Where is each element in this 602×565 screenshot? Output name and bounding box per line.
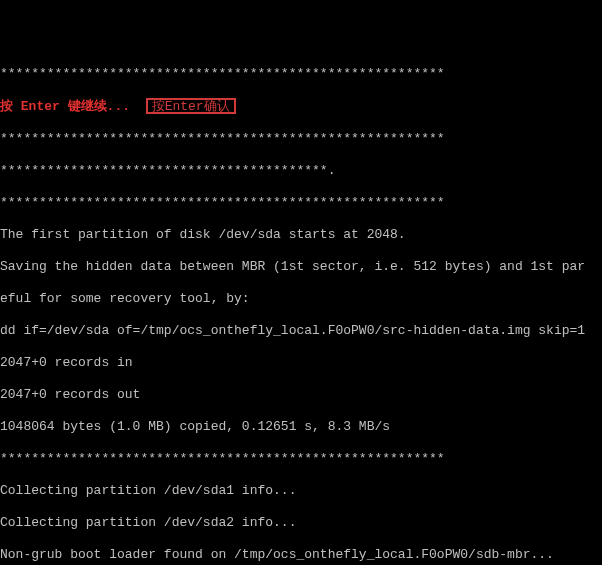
press-enter-row: 按 Enter 键继续... 按Enter确认 [0,98,602,115]
records-in: 2047+0 records in [0,355,602,371]
stars-row: ****************************************… [0,66,602,82]
annotation-enter-hint: 按Enter确认 [146,98,236,114]
collect-sda2: Collecting partition /dev/sda2 info... [0,515,602,531]
stars-row: ****************************************… [0,163,602,179]
save-hidden-data: Saving the hidden data between MBR (1st … [0,259,602,275]
stars-row: ****************************************… [0,131,602,147]
nongrub-loader: Non-grub boot loader found on /tmp/ocs_o… [0,547,602,563]
bytes-copied: 1048064 bytes (1.0 MB) copied, 0.12651 s… [0,419,602,435]
partition-info: The first partition of disk /dev/sda sta… [0,227,602,243]
dd-command: dd if=/dev/sda of=/tmp/ocs_onthefly_loca… [0,323,602,339]
records-out: 2047+0 records out [0,387,602,403]
stars-row: ****************************************… [0,451,602,467]
recovery-note: eful for some recovery tool, by: [0,291,602,307]
stars-row: ****************************************… [0,195,602,211]
collect-sda1: Collecting partition /dev/sda1 info... [0,483,602,499]
press-enter-text[interactable]: 按 Enter 键继续... [0,99,130,114]
